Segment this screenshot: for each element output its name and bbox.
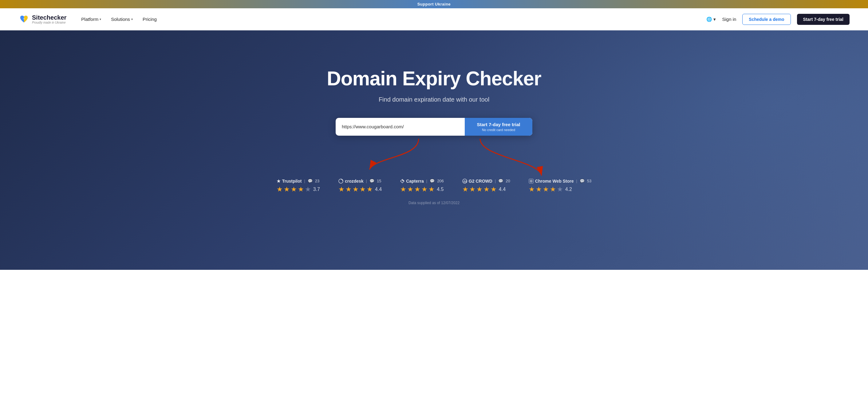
ratings-section: ★ Trustpilot | 💬 23 ★ ★ ★ ★ ★ 3.7: [277, 179, 592, 194]
language-selector[interactable]: 🌐 ▾: [706, 16, 716, 22]
rating-g2crowd: G2 G2 CROWD | 💬 20 ★ ★ ★ ★ ★ 4.4: [462, 179, 510, 194]
logo-sub: Proudly made in Ukraine: [32, 21, 66, 24]
start-trial-search-button[interactable]: Start 7-day free trial No credit card ne…: [465, 118, 532, 136]
start-trial-nav-button[interactable]: Start 7-day free trial: [797, 14, 850, 25]
svg-text:G2: G2: [464, 180, 467, 183]
svg-point-0: [23, 18, 25, 20]
data-supplied-label: Data supplied as of 12/07/2022: [408, 201, 460, 205]
capterra-stars: ★ ★ ★ ★ ★ 4.5: [400, 185, 443, 194]
chevron-down-icon: ▾: [713, 16, 716, 22]
chrome-web-store-logo: Chrome Web Store: [529, 179, 574, 183]
schedule-demo-button[interactable]: Schedule a demo: [742, 14, 790, 25]
rating-chrome-web-store: Chrome Web Store | 💬 53 ★ ★ ★ ★ ★ 4.2: [529, 179, 592, 194]
capterra-count: 206: [437, 179, 444, 183]
g2crowd-count: 20: [506, 179, 510, 183]
chat-icon: 💬: [430, 179, 435, 183]
globe-icon: 🌐: [706, 16, 712, 22]
svg-point-3: [339, 179, 343, 183]
chat-icon: 💬: [580, 179, 585, 183]
trustpilot-count: 23: [315, 179, 319, 183]
trustpilot-stars: ★ ★ ★ ★ ★ 3.7: [277, 185, 320, 194]
svg-point-10: [530, 180, 531, 181]
logo-name: Sitechecker: [32, 14, 66, 21]
crozdesk-count: 15: [377, 179, 381, 183]
trustpilot-logo: ★ Trustpilot: [277, 179, 302, 183]
right-arrow-icon: [471, 139, 545, 179]
rating-capterra: Capterra | 💬 206 ★ ★ ★ ★ ★ 4.5: [400, 179, 444, 194]
chevron-down-icon: ▾: [100, 18, 101, 21]
rating-trustpilot: ★ Trustpilot | 💬 23 ★ ★ ★ ★ ★ 3.7: [277, 179, 320, 194]
crozdesk-logo: crozdesk: [338, 179, 364, 183]
hero-title: Domain Expiry Checker: [327, 67, 541, 90]
url-input[interactable]: [336, 118, 465, 136]
arrows-area: [336, 139, 532, 173]
svg-marker-5: [402, 179, 404, 181]
support-banner: Support Ukraine: [0, 0, 868, 8]
signin-link[interactable]: Sign in: [722, 16, 736, 22]
nav-right: 🌐 ▾ Sign in Schedule a demo Start 7-day …: [706, 14, 849, 25]
search-box: Start 7-day free trial No credit card ne…: [336, 118, 532, 136]
chrome-count: 53: [587, 179, 591, 183]
logo-icon: [19, 14, 30, 25]
nav-platform[interactable]: Platform ▾: [81, 16, 101, 22]
trial-button-main-label: Start 7-day free trial: [477, 122, 520, 128]
crozdesk-stars: ★ ★ ★ ★ ★ 4.4: [338, 185, 382, 194]
support-banner-text: Support Ukraine: [417, 2, 451, 6]
chat-icon: 💬: [369, 179, 374, 183]
left-arrow-icon: [366, 139, 422, 173]
g2crowd-logo: G2 G2 CROWD: [462, 179, 492, 183]
trial-button-sub-label: No credit card needed: [482, 128, 515, 132]
nav-links: Platform ▾ Solutions ▾ Pricing: [81, 16, 706, 22]
chevron-down-icon: ▾: [131, 18, 133, 21]
logo-link[interactable]: Sitechecker Proudly made in Ukraine: [19, 14, 66, 25]
hero-subtitle: Find domain expiration date with our too…: [379, 96, 489, 103]
chat-icon: 💬: [498, 179, 503, 183]
chrome-stars: ★ ★ ★ ★ ★ 4.2: [529, 185, 572, 194]
nav-solutions[interactable]: Solutions ▾: [111, 16, 133, 22]
nav-pricing[interactable]: Pricing: [143, 16, 157, 22]
rating-crozdesk: crozdesk | 💬 15 ★ ★ ★ ★ ★ 4.4: [338, 179, 382, 194]
hero-section: Domain Expiry Checker Find domain expira…: [0, 30, 868, 270]
chat-icon: 💬: [308, 179, 313, 183]
g2crowd-stars: ★ ★ ★ ★ ★ 4.4: [462, 185, 506, 194]
navbar: Sitechecker Proudly made in Ukraine Plat…: [0, 8, 868, 30]
capterra-logo: Capterra: [400, 179, 424, 183]
